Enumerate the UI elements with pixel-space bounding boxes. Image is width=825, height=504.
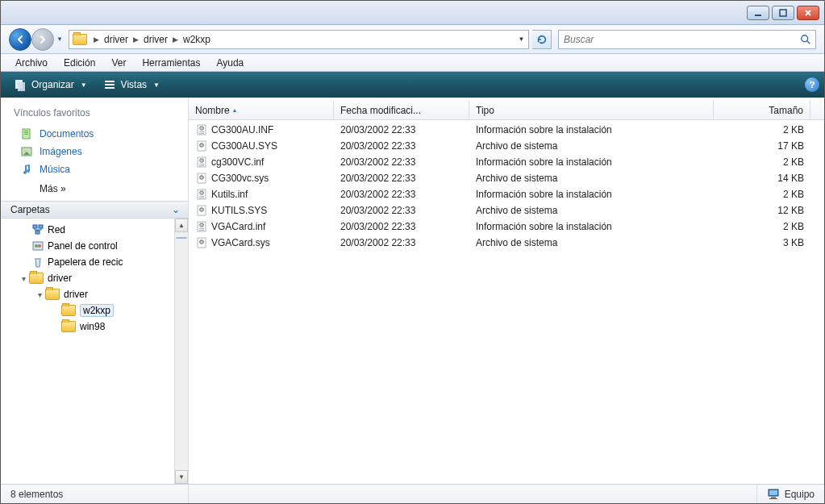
file-type-cell: Información sobre la instalación xyxy=(469,221,714,232)
file-size-cell: 12 KB xyxy=(714,205,810,216)
file-row[interactable]: CG300vc.sys20/03/2002 22:33Archivo de si… xyxy=(189,170,824,186)
breadcrumb[interactable]: driver xyxy=(102,34,130,45)
svg-rect-1 xyxy=(780,10,786,16)
sys-file-icon xyxy=(195,172,208,185)
tree-label: win98 xyxy=(80,321,105,332)
file-name-cell: CG300AU.INF xyxy=(189,123,334,136)
scroll-up-button[interactable]: ▲ xyxy=(175,219,188,232)
svg-rect-16 xyxy=(35,231,40,234)
tree-label: Panel de control xyxy=(48,240,118,252)
file-row[interactable]: CG300AU.INF20/03/2002 22:33Información s… xyxy=(189,122,824,138)
file-name-cell: VGACard.sys xyxy=(189,236,334,249)
close-button[interactable] xyxy=(797,6,819,20)
menu-edicion[interactable]: Edición xyxy=(56,56,103,70)
column-name[interactable]: Nombre▴ xyxy=(189,101,334,119)
column-date[interactable]: Fecha modificaci... xyxy=(334,101,469,119)
tree-item[interactable]: ▾driver xyxy=(2,286,186,302)
address-bar[interactable]: ▶ driver ▶ driver ▶ w2kxp ▼ xyxy=(69,30,529,49)
documents-icon xyxy=(20,127,33,140)
cpl-icon xyxy=(31,240,44,252)
svg-point-19 xyxy=(38,244,41,248)
expand-icon[interactable] xyxy=(19,257,28,267)
svg-rect-33 xyxy=(199,165,204,166)
fav-more[interactable]: Más » xyxy=(14,178,183,198)
expand-icon[interactable]: ▾ xyxy=(19,273,28,283)
scroll-down-button[interactable]: ▼ xyxy=(175,470,188,484)
menu-archivo[interactable]: Archivo xyxy=(7,56,56,70)
folder-tree[interactable]: RedPanel de controlPapelera de recic▾dri… xyxy=(1,219,188,338)
file-date-cell: 20/03/2002 22:33 xyxy=(334,124,469,135)
fav-music[interactable]: Música xyxy=(14,160,183,178)
fav-images[interactable]: Imágenes xyxy=(14,143,183,160)
svg-point-39 xyxy=(201,192,202,194)
menu-herramientas[interactable]: Herramientas xyxy=(134,56,208,70)
file-size-cell: 2 KB xyxy=(714,156,810,168)
refresh-button[interactable] xyxy=(532,30,552,49)
music-icon xyxy=(20,163,33,176)
folder-icon xyxy=(64,320,77,333)
scroll-thumb[interactable] xyxy=(176,237,187,239)
organize-button[interactable]: Organizar ▼ xyxy=(6,75,95,94)
file-type-cell: Información sobre la instalación xyxy=(469,124,714,135)
file-size-cell: 3 KB xyxy=(714,237,810,248)
expand-icon[interactable]: ▾ xyxy=(35,289,44,299)
file-row[interactable]: CG300AU.SYS20/03/2002 22:33Archivo de si… xyxy=(189,138,824,154)
expand-icon[interactable] xyxy=(51,306,60,315)
fav-documents[interactable]: Documentos xyxy=(14,125,183,143)
expand-icon[interactable] xyxy=(19,241,28,251)
search-box[interactable] xyxy=(558,30,816,49)
svg-rect-25 xyxy=(199,133,204,134)
file-list[interactable]: CG300AU.INF20/03/2002 22:33Información s… xyxy=(189,120,824,484)
search-icon[interactable] xyxy=(796,31,815,48)
svg-point-44 xyxy=(201,209,202,210)
search-input[interactable] xyxy=(559,34,796,45)
back-button[interactable] xyxy=(9,28,31,51)
maximize-button[interactable] xyxy=(772,6,794,20)
column-type[interactable]: Tipo xyxy=(469,101,714,119)
file-date-cell: 20/03/2002 22:33 xyxy=(334,237,469,248)
computer-icon xyxy=(767,489,780,500)
breadcrumb[interactable]: driver xyxy=(142,34,169,45)
tree-item[interactable]: win98 xyxy=(2,319,186,335)
scrollbar[interactable]: ▲ ▼ xyxy=(174,219,188,484)
file-row[interactable]: VGACard.inf20/03/2002 22:33Información s… xyxy=(189,219,824,235)
svg-rect-41 xyxy=(199,198,204,198)
svg-rect-9 xyxy=(24,131,28,131)
expand-icon[interactable] xyxy=(51,322,60,331)
folder-icon xyxy=(64,304,77,317)
chevron-right-icon: ▶ xyxy=(130,35,142,44)
forward-button[interactable] xyxy=(31,28,54,51)
menu-ver[interactable]: Ver xyxy=(103,56,134,70)
file-row[interactable]: VGACard.sys20/03/2002 22:33Archivo de si… xyxy=(189,235,824,251)
file-row[interactable]: KUTILS.SYS20/03/2002 22:33Archivo de sis… xyxy=(189,202,824,219)
inf-file-icon xyxy=(195,220,208,233)
tree-item[interactable]: Papelera de recic xyxy=(2,254,186,270)
file-type-cell: Información sobre la instalación xyxy=(469,189,714,200)
help-button[interactable]: ? xyxy=(805,77,819,92)
tree-item[interactable]: Panel de control xyxy=(2,238,186,254)
svg-rect-34 xyxy=(198,173,206,183)
column-size[interactable]: Tamaño xyxy=(714,101,810,119)
views-button[interactable]: Vistas ▼ xyxy=(95,75,168,94)
svg-rect-6 xyxy=(105,84,115,85)
file-size-cell: 14 KB xyxy=(714,173,810,184)
svg-point-13 xyxy=(24,150,27,152)
menu-ayuda[interactable]: Ayuda xyxy=(208,56,252,70)
organize-label: Organizar xyxy=(31,79,74,90)
svg-point-36 xyxy=(201,177,202,178)
address-dropdown[interactable]: ▼ xyxy=(514,31,528,48)
svg-rect-55 xyxy=(771,497,776,498)
file-row[interactable]: Kutils.inf20/03/2002 22:33Información so… xyxy=(189,186,824,202)
file-type-cell: Archivo de sistema xyxy=(469,205,714,216)
expand-icon[interactable] xyxy=(19,225,28,235)
folders-header[interactable]: Carpetas ⌄ xyxy=(1,201,188,219)
tree-item[interactable]: w2kxp xyxy=(2,302,186,319)
nav-history-dropdown[interactable]: ▼ xyxy=(54,28,65,51)
tree-item[interactable]: Red xyxy=(2,222,186,238)
file-row[interactable]: cg300VC.inf20/03/2002 22:33Información s… xyxy=(189,154,824,170)
svg-rect-32 xyxy=(199,164,204,165)
tree-item[interactable]: ▾driver xyxy=(2,270,186,286)
breadcrumb[interactable]: w2kxp xyxy=(181,34,212,45)
minimize-button[interactable] xyxy=(747,6,769,20)
svg-rect-7 xyxy=(105,87,115,89)
